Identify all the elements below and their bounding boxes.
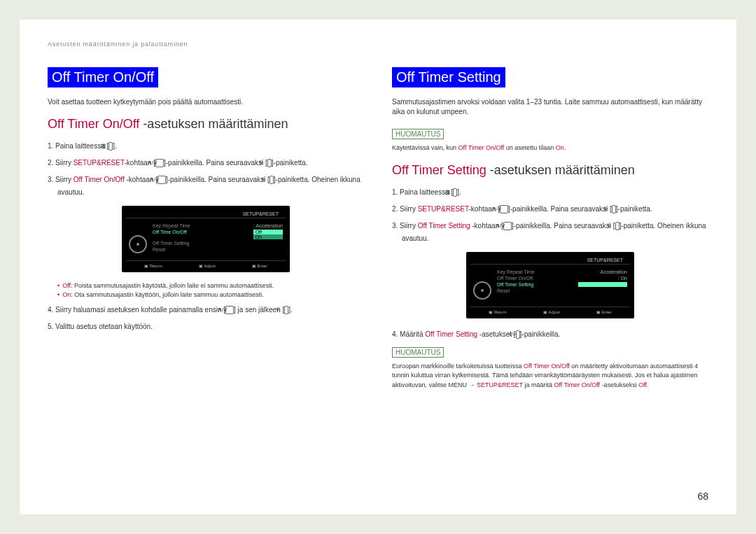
- osd-screenshot-left: SETUP&RESET Key Repeat Time: Acceleratio…: [122, 206, 290, 272]
- updown-icon: ∧/∨: [500, 205, 508, 213]
- subsection-title-right: Off Timer Setting -asetuksen määrittämin…: [392, 163, 708, 178]
- manual-page: Asetusten määrittäminen ja palauttaminen…: [20, 20, 736, 514]
- note-label-1: HUOMAUTUS: [392, 129, 444, 139]
- bullets-left: Off: Poista sammutusajastin käytöstä, jo…: [57, 282, 364, 298]
- steps-right: 1. Paina laitteessa [▥]. 2. Siirry SETUP…: [392, 186, 708, 245]
- section-title-right: Off Timer Setting: [392, 67, 505, 87]
- step-r3: 3. Siirry Off Timer Setting -kohtaan [∧/…: [392, 220, 708, 245]
- note-text-2: Euroopan markkinoille tarkoitetuissa tuo…: [392, 362, 708, 391]
- step-r1: 1. Paina laitteessa [▥].: [392, 186, 708, 199]
- osd-screenshot-right: SETUP&RESET Key Repeat Time: Acceleratio…: [466, 252, 634, 318]
- step-4: 4. Siirry haluamasi asetuksen kohdalle p…: [48, 304, 364, 316]
- step-r2: 2. Siirry SETUP&RESET-kohtaan [∧/∨]-pain…: [392, 203, 708, 216]
- content-columns: Off Timer On/Off Voit asettaa tuotteen k…: [48, 67, 708, 400]
- bullet-off: Off: Poista sammutusajastin käytöstä, jo…: [57, 282, 364, 289]
- intro-left: Voit asettaa tuotteen kytkeytymään pois …: [48, 97, 364, 107]
- updown-icon: ∧/∨: [503, 222, 512, 230]
- left-column: Off Timer On/Off Voit asettaa tuotteen k…: [48, 67, 364, 400]
- step-r4: 4. Määritä Off Timer Setting -asetukset …: [392, 328, 708, 341]
- updown-icon: ∧/∨: [158, 176, 166, 184]
- page-number: 68: [697, 491, 708, 502]
- step-5: 5. Valittu asetus otetaan käyttöön.: [48, 321, 364, 333]
- section-title-left: Off Timer On/Off: [48, 67, 158, 87]
- note-text-1: Käytettävissä vain, kun Off Timer On/Off…: [392, 143, 708, 153]
- steps-left: 1. Paina laitteessa [▥]. 2. Siirry SETUP…: [48, 140, 364, 199]
- steps-right-cont: 4. Määritä Off Timer Setting -asetukset …: [392, 328, 708, 341]
- step-2: 2. Siirry SETUP&RESET-kohtaan [∧/∨]-pain…: [48, 157, 364, 169]
- updown-icon: ∧/∨: [225, 306, 234, 314]
- note-label-2: HUOMAUTUS: [392, 347, 444, 358]
- step-3: 3. Siirry Off Timer On/Off -kohtaan [∧/∨…: [48, 174, 364, 199]
- updown-icon: ∧/∨: [155, 159, 164, 167]
- subsection-title-left: Off Timer On/Off -asetuksen määrittämine…: [48, 117, 364, 132]
- bullet-on: On: Ota sammutusajastin käyttöön, jolloi…: [57, 291, 364, 298]
- step-1: 1. Paina laitteessa [▥].: [48, 140, 364, 153]
- dial-icon: [473, 281, 491, 300]
- intro-right: Sammutusajastimen arvoksi voidaan valita…: [392, 97, 708, 117]
- steps-left-cont: 4. Siirry haluamasi asetuksen kohdalle p…: [48, 304, 364, 333]
- right-column: Off Timer Setting Sammutusajastimen arvo…: [392, 67, 708, 400]
- breadcrumb: Asetusten määrittäminen ja palauttaminen: [48, 41, 708, 48]
- dial-icon: [129, 235, 147, 253]
